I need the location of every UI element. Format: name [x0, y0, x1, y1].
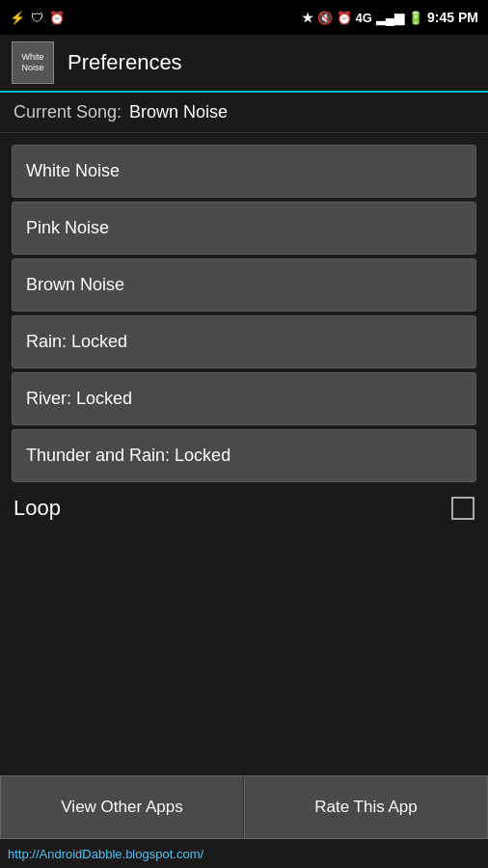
signal-icon: ▂▄▆: [376, 11, 404, 25]
status-time: 9:45 PM: [427, 10, 478, 25]
song-list: White NoisePink NoiseBrown NoiseRain: Lo…: [0, 133, 488, 482]
app-logo: White Noise: [12, 41, 54, 84]
mute-icon: 🔇: [317, 11, 333, 25]
loop-section: Loop: [0, 482, 488, 534]
lte-icon: 4G: [356, 11, 372, 25]
song-item-rain[interactable]: Rain: Locked: [12, 315, 476, 368]
spacer: [0, 534, 488, 775]
song-item-pink-noise[interactable]: Pink Noise: [12, 202, 476, 255]
footer: http://AndroidDabble.blogspot.com/: [0, 839, 488, 868]
status-bar: ⚡ 🛡 ⏰ ★ 🔇 ⏰ 4G ▂▄▆ 🔋 9:45 PM: [0, 0, 488, 35]
shield-icon: 🛡: [31, 11, 43, 25]
footer-url[interactable]: http://AndroidDabble.blogspot.com/: [8, 847, 203, 861]
status-left-icons: ⚡ 🛡 ⏰: [10, 11, 65, 25]
alarm2-icon: ⏰: [337, 11, 352, 25]
app-title: Preferences: [68, 50, 182, 75]
bottom-buttons: View Other Apps Rate This App: [0, 775, 488, 839]
status-right-icons: ★ 🔇 ⏰ 4G ▂▄▆ 🔋 9:45 PM: [302, 10, 478, 25]
rate-this-app-button[interactable]: Rate This App: [244, 775, 488, 839]
current-song-value: Brown Noise: [129, 102, 228, 122]
bluetooth-icon: ★: [302, 11, 313, 25]
song-item-river[interactable]: River: Locked: [12, 372, 476, 425]
loop-checkbox[interactable]: [451, 497, 474, 520]
song-item-brown-noise[interactable]: Brown Noise: [12, 258, 476, 312]
current-song-bar: Current Song: Brown Noise: [0, 93, 488, 133]
song-item-white-noise[interactable]: White Noise: [12, 145, 476, 198]
loop-label: Loop: [14, 496, 61, 521]
current-song-label: Current Song:: [14, 102, 122, 122]
alarm-icon: ⏰: [49, 11, 65, 25]
view-other-apps-button[interactable]: View Other Apps: [0, 775, 244, 839]
battery-icon: 🔋: [408, 11, 423, 25]
usb-icon: ⚡: [10, 11, 25, 25]
app-bar: White Noise Preferences: [0, 35, 488, 93]
song-item-thunder-rain[interactable]: Thunder and Rain: Locked: [12, 429, 476, 482]
